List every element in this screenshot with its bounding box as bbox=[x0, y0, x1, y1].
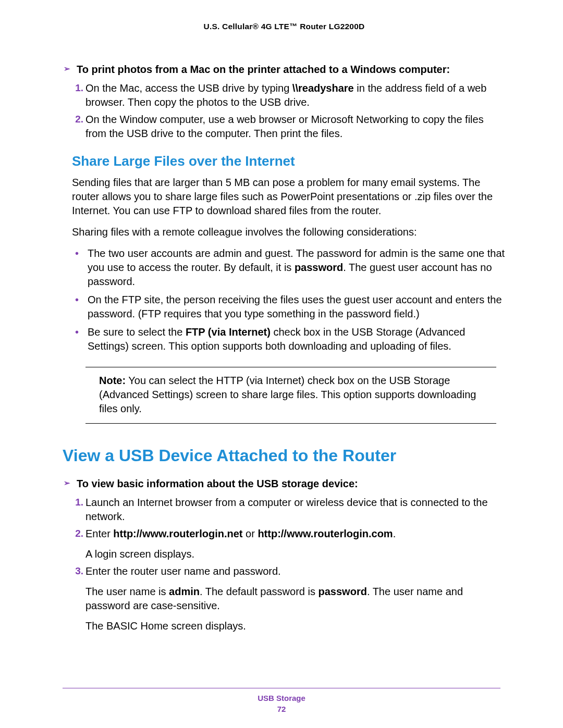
bold-text: http://www.routerlogin.net bbox=[113, 528, 242, 539]
bold-text: http://www.routerlogin.com bbox=[258, 528, 393, 539]
step-number: 3. bbox=[72, 564, 83, 578]
step-paragraph: The user name is admin. The default pass… bbox=[85, 585, 506, 613]
text: Enter bbox=[85, 528, 113, 539]
list-item: 2. On the Window computer, use a web bro… bbox=[85, 113, 506, 141]
text: . bbox=[393, 528, 396, 539]
step-paragraph: The BASIC Home screen displays. bbox=[85, 619, 506, 633]
step-number: 1. bbox=[72, 81, 83, 95]
step-text: On the Mac, access the USB drive by typi… bbox=[85, 81, 506, 109]
bold-text: password bbox=[319, 586, 367, 597]
step-text: Enter the router user name and password. bbox=[85, 564, 506, 578]
document-page: U.S. Cellular® 4G LTE™ Router LG2200D ➢ … bbox=[0, 0, 563, 633]
body-paragraph: Sharing files with a remote colleague in… bbox=[72, 225, 506, 239]
step-text: On the Window computer, use a web browse… bbox=[85, 113, 506, 141]
step-number: 2. bbox=[72, 113, 83, 126]
footer-rule bbox=[63, 688, 500, 688]
note-text: Note: You can select the HTTP (via Inter… bbox=[89, 374, 493, 416]
list-item: 3. Enter the router user name and passwo… bbox=[85, 564, 506, 633]
page-header: U.S. Cellular® 4G LTE™ Router LG2200D bbox=[63, 22, 506, 31]
list-item: The two user accounts are admin and gues… bbox=[72, 246, 506, 289]
body-paragraph: Sending files that are larger than 5 MB … bbox=[72, 176, 506, 218]
text: On the Window computer, use a web browse… bbox=[85, 114, 484, 139]
footer-page-number: 72 bbox=[0, 705, 563, 713]
bold-text: FTP (via Internet) bbox=[186, 326, 271, 338]
bullet-list-considerations: The two user accounts are admin and gues… bbox=[72, 246, 506, 353]
text: . The default password is bbox=[200, 586, 319, 597]
text: or bbox=[242, 528, 258, 539]
text: On the Mac, access the USB drive by typi… bbox=[85, 82, 292, 94]
steps-list-print-photos: 1. On the Mac, access the USB drive by t… bbox=[63, 81, 506, 141]
heading-view-usb-device: View a USB Device Attached to the Router bbox=[63, 446, 506, 465]
list-item: 1. On the Mac, access the USB drive by t… bbox=[85, 81, 506, 109]
page-footer: USB Storage 72 bbox=[0, 688, 563, 713]
step-number: 1. bbox=[72, 496, 83, 509]
list-item: 1. Launch an Internet browser from a com… bbox=[85, 496, 506, 524]
procedure-heading-print-photos: ➢ To print photos from a Mac on the prin… bbox=[63, 63, 506, 76]
steps-list-view-usb: 1. Launch an Internet browser from a com… bbox=[63, 496, 506, 633]
text: On the FTP site, the person receiving th… bbox=[88, 294, 502, 319]
bold-text: admin bbox=[169, 586, 200, 597]
footer-section-title: USB Storage bbox=[0, 694, 563, 702]
procedure-title: To print photos from a Mac on the printe… bbox=[77, 63, 450, 76]
step-paragraph: A login screen displays. bbox=[85, 547, 506, 561]
note-label: Note: bbox=[99, 375, 126, 386]
text: Be sure to select the bbox=[88, 326, 186, 338]
list-item: Be sure to select the FTP (via Internet)… bbox=[72, 325, 506, 353]
heading-share-large-files: Share Large Files over the Internet bbox=[72, 153, 506, 169]
bold-text: password bbox=[295, 262, 343, 273]
text: You can select the HTTP (via Internet) c… bbox=[99, 375, 476, 414]
procedure-heading-view-usb: ➢ To view basic information about the US… bbox=[63, 477, 506, 490]
text: The user name is bbox=[85, 586, 169, 597]
list-item: On the FTP site, the person receiving th… bbox=[72, 293, 506, 321]
procedure-title: To view basic information about the USB … bbox=[77, 477, 358, 490]
step-text: Launch an Internet browser from a comput… bbox=[85, 496, 506, 524]
note-box: Note: You can select the HTTP (via Inter… bbox=[85, 367, 496, 424]
step-number: 2. bbox=[72, 527, 83, 540]
step-text: Enter http://www.routerlogin.net or http… bbox=[85, 527, 506, 541]
arrow-icon: ➢ bbox=[64, 63, 70, 75]
arrow-icon: ➢ bbox=[64, 477, 70, 489]
list-item: 2. Enter http://www.routerlogin.net or h… bbox=[85, 527, 506, 561]
bold-text: \\readyshare bbox=[292, 82, 354, 94]
